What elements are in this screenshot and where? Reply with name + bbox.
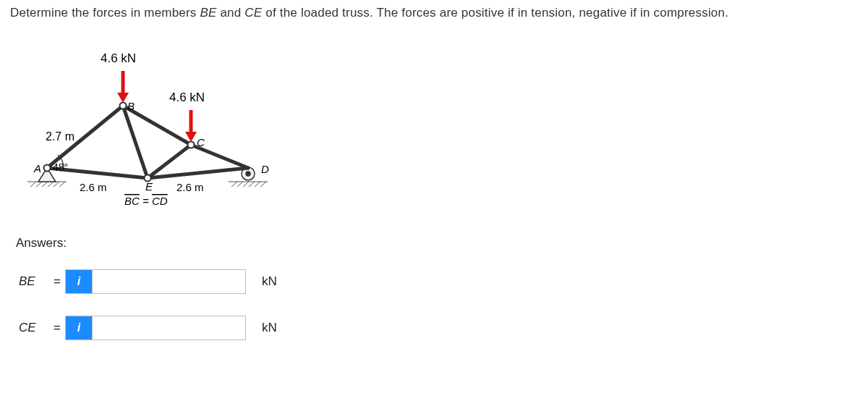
svg-point-16 — [246, 172, 250, 176]
input-be[interactable] — [92, 270, 245, 293]
svg-line-12 — [255, 182, 260, 187]
svg-line-13 — [260, 182, 266, 187]
length-ab-label: 2.7 m — [46, 130, 75, 143]
answer-field-be: i — [65, 269, 246, 294]
svg-point-26 — [188, 142, 195, 148]
svg-line-2 — [36, 182, 42, 187]
svg-line-9 — [237, 182, 243, 187]
info-icon[interactable]: i — [66, 270, 92, 293]
svg-point-24 — [44, 165, 51, 172]
length-ed-label: 2.6 m — [176, 181, 204, 193]
svg-line-4 — [48, 182, 54, 187]
svg-line-10 — [243, 182, 249, 187]
load-c-label: 4.6 kN — [169, 90, 205, 104]
problem-statement: Determine the forces in members BE and C… — [0, 0, 868, 22]
svg-line-11 — [249, 182, 255, 187]
answers-heading: Answers: — [16, 236, 868, 250]
text: of the loaded truss. The forces are posi… — [262, 6, 728, 20]
load-b-label: 4.6 kN — [101, 51, 136, 65]
input-ce[interactable] — [92, 316, 245, 340]
text: Determine the forces in members — [10, 6, 200, 20]
svg-line-5 — [54, 182, 59, 187]
member-be: BE — [200, 6, 216, 20]
symbol-be: BE — [19, 274, 54, 289]
length-ae-label: 2.6 m — [80, 181, 107, 193]
equals-sign: = — [54, 321, 65, 335]
answer-row-ce: CE = i kN — [19, 316, 868, 340]
symbol-ce: CE — [19, 321, 54, 335]
unit-ce: kN — [262, 321, 277, 335]
svg-line-21 — [148, 168, 248, 178]
truss-figure: 4.6 kN 4.6 kN 2.7 m 48° 2.6 m 2.6 m BC =… — [14, 42, 289, 216]
svg-line-3 — [42, 182, 48, 187]
answer-rows: BE = i kN CE = i kN — [19, 269, 868, 340]
unit-be: kN — [262, 274, 277, 289]
text: and — [217, 6, 245, 20]
svg-line-1 — [30, 182, 36, 187]
answer-row-be: BE = i kN — [19, 269, 868, 294]
svg-line-8 — [231, 182, 237, 187]
svg-point-25 — [120, 103, 127, 109]
member-ce: CE — [244, 6, 262, 20]
joint-d-label: D — [261, 163, 269, 175]
joint-c-label: C — [197, 136, 205, 148]
svg-line-6 — [59, 182, 65, 187]
answer-field-ce: i — [65, 316, 246, 340]
joint-a-label: A — [33, 162, 41, 174]
svg-text:BC = CD: BC = CD — [124, 195, 168, 207]
info-icon[interactable]: i — [66, 316, 92, 340]
angle-a-label: 48° — [53, 161, 68, 173]
joint-b-label: B — [127, 100, 135, 112]
joint-e-label: E — [145, 180, 153, 193]
equals-sign: = — [54, 274, 65, 289]
